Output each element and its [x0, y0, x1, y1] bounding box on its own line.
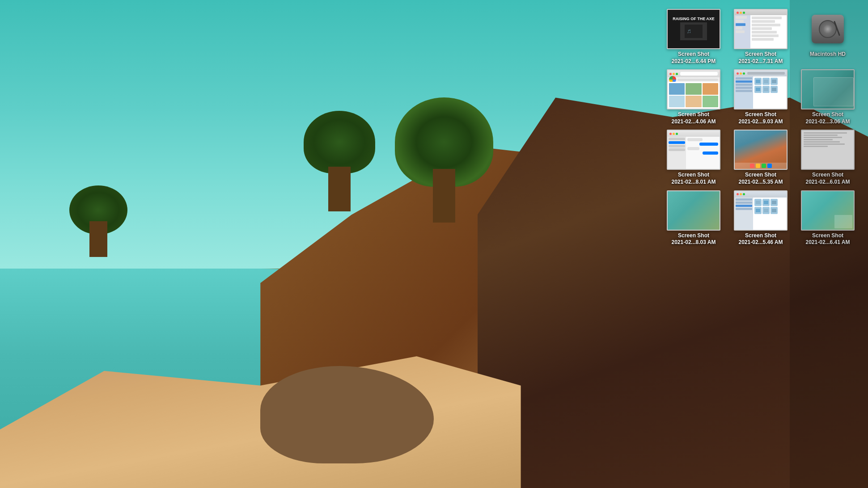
screenshot-3-content: [668, 70, 720, 109]
svg-text:🎵: 🎵: [687, 29, 691, 34]
screenshot-6-icon[interactable]: Screen Shot 2021-02...8.01 AM: [662, 130, 725, 185]
screenshot-3-icon[interactable]: Screen Shot 2021-02...4.06 AM: [662, 69, 725, 125]
tree-canopy-2: [304, 111, 375, 173]
screenshot-9-thumbnail: [667, 190, 720, 231]
desktop-icons-area: RAISING OF THE AXE 🎵 Screen Shot 2021-02…: [644, 0, 868, 488]
bg-tree-left-trunk: [89, 221, 107, 257]
screenshot-9-label: Screen Shot 2021-02...8.03 AM: [672, 232, 716, 246]
screenshot-2-icon[interactable]: Screen Shot 2021-02...7.31 AM: [729, 9, 792, 65]
screenshot-6-content: [668, 130, 720, 169]
screenshot-10-content: [735, 191, 787, 230]
screenshot-4-label: Screen Shot 2021-02...9.03 AM: [739, 111, 783, 125]
tree-trunk-2: [328, 167, 351, 211]
screenshot-10-icon[interactable]: Screen Shot 2021-02...5.46 AM: [729, 190, 792, 246]
screenshot-7-icon[interactable]: Screen Shot 2021-02...5.35 AM: [729, 130, 792, 185]
screenshot-4-icon[interactable]: Screen Shot 2021-02...9.03 AM: [729, 69, 792, 125]
screenshot-7-label: Screen Shot 2021-02...5.35 AM: [739, 172, 783, 185]
screenshot-2-thumbnail: [734, 9, 788, 49]
bg-trees-center: [304, 97, 607, 317]
tree-trunk-1: [433, 169, 455, 223]
screenshot-6-label: Screen Shot 2021-02...8.01 AM: [672, 172, 716, 185]
screenshot-6-thumbnail: [667, 130, 720, 170]
screenshot-4-thumbnail: [734, 69, 788, 109]
screenshot-2-label: Screen Shot 2021-02...7.31 AM: [739, 51, 783, 65]
screenshot-7-thumbnail: [734, 130, 788, 170]
screenshot-1-icon[interactable]: RAISING OF THE AXE 🎵 Screen Shot 2021-02…: [662, 9, 725, 65]
screenshot-2-content: [735, 10, 787, 48]
screenshot-1-content: RAISING OF THE AXE 🎵: [668, 10, 720, 48]
screenshot-3-label: Screen Shot 2021-02...4.06 AM: [672, 111, 716, 125]
screenshot-3-thumbnail: [667, 69, 720, 109]
screenshot-11-thumbnail: [801, 190, 855, 231]
icon-row-3: Screen Shot 2021-02...8.03 AM: [662, 190, 859, 246]
screenshot-7-content: [735, 130, 787, 169]
screenshot-1-label: Screen Shot 2021-02...6.44 PM: [672, 51, 716, 65]
screenshot-1-thumbnail: RAISING OF THE AXE 🎵: [667, 9, 720, 49]
screenshot-9-content: [668, 191, 720, 230]
screenshot-10-thumbnail: [734, 190, 788, 231]
screenshot-9-icon[interactable]: Screen Shot 2021-02...8.03 AM: [662, 190, 725, 246]
screenshot-10-label: Screen Shot 2021-02...5.46 AM: [739, 232, 783, 246]
screenshot-4-content: [735, 70, 787, 109]
screenshot-11-content: [802, 191, 854, 230]
